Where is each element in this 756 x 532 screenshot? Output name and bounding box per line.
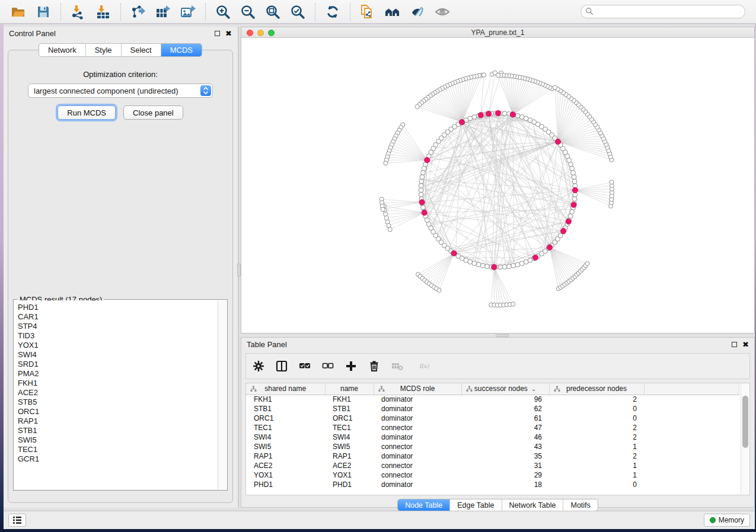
cell-mcds-role[interactable]: dominator	[374, 395, 461, 404]
export-image-icon[interactable]	[178, 2, 198, 22]
export-table-icon[interactable]	[153, 2, 173, 22]
clone-network-icon[interactable]	[358, 2, 378, 22]
cell-successor-nodes[interactable]: 96	[461, 395, 549, 404]
table-scrollbar[interactable]	[741, 383, 749, 495]
cell-successor-nodes[interactable]: 31	[461, 461, 549, 470]
task-history-button[interactable]	[8, 514, 26, 527]
tab-style[interactable]: Style	[86, 44, 122, 56]
cell-predecessor-nodes[interactable]: 0	[549, 480, 644, 489]
cell-successor-nodes[interactable]: 29	[461, 470, 549, 480]
table-row[interactable]: STB1STB1dominator620	[246, 404, 739, 414]
import-network-icon[interactable]	[68, 2, 88, 22]
close-panel-icon[interactable]: ✖	[742, 342, 749, 347]
float-window-icon[interactable]	[215, 31, 220, 36]
mcds-node-item[interactable]: GCR1	[18, 454, 218, 464]
cell-name[interactable]: PHD1	[325, 480, 374, 489]
mcds-node-item[interactable]: ORC1	[18, 407, 218, 416]
save-icon[interactable]	[33, 2, 53, 22]
mcds-node-item[interactable]: CAR1	[18, 312, 218, 322]
cell-shared-name[interactable]: STB1	[246, 404, 325, 414]
cell-name[interactable]: ORC1	[325, 414, 374, 423]
cell-shared-name[interactable]: SWI4	[246, 432, 325, 442]
mcds-node-item[interactable]: TEC1	[18, 445, 218, 454]
cell-predecessor-nodes[interactable]: 2	[549, 451, 644, 461]
cell-shared-name[interactable]: ORC1	[246, 414, 325, 423]
import-table-icon[interactable]	[93, 2, 113, 22]
table-settings-gear-icon[interactable]	[252, 360, 265, 373]
mcds-node-item[interactable]: TID3	[18, 331, 218, 341]
graphics-details-icon[interactable]	[407, 2, 428, 22]
cell-shared-name[interactable]: SWI5	[246, 442, 325, 451]
select-all-icon[interactable]	[298, 360, 311, 373]
cell-name[interactable]: YOX1	[325, 470, 374, 480]
optimization-criterion-select[interactable]: largest connected component (undirected)	[28, 84, 213, 98]
tab-node-table[interactable]: Node Table	[398, 499, 450, 511]
network-canvas[interactable]	[241, 38, 754, 333]
table-row[interactable]: ORC1ORC1dominator610	[246, 414, 739, 423]
cell-mcds-role[interactable]: dominator	[374, 480, 461, 489]
close-window-icon[interactable]	[247, 30, 253, 36]
mcds-node-item[interactable]: STP4	[18, 322, 218, 331]
column-header-predecessor-nodes[interactable]: predecessor nodes	[549, 383, 644, 395]
tab-network[interactable]: Network	[39, 44, 86, 56]
cell-successor-nodes[interactable]: 18	[461, 480, 549, 489]
cell-shared-name[interactable]: YOX1	[246, 470, 325, 480]
cell-name[interactable]: RAP1	[325, 451, 374, 461]
cell-shared-name[interactable]: ACE2	[246, 461, 325, 470]
cell-successor-nodes[interactable]: 47	[461, 423, 549, 432]
zoom-selected-icon[interactable]	[288, 2, 308, 22]
cell-shared-name[interactable]: PHD1	[246, 480, 325, 489]
cell-name[interactable]: STB1	[325, 404, 374, 414]
cell-mcds-role[interactable]: connector	[374, 470, 461, 480]
mcds-node-item[interactable]: SWI4	[18, 350, 218, 360]
maximize-window-icon[interactable]	[268, 30, 275, 36]
mcds-list-scrollbar[interactable]	[218, 300, 227, 489]
cell-mcds-role[interactable]: dominator	[374, 414, 461, 423]
table-row[interactable]: RAP1RAP1dominator352	[246, 451, 739, 461]
cell-successor-nodes[interactable]: 46	[461, 432, 549, 442]
cell-shared-name[interactable]: RAP1	[246, 451, 325, 461]
tab-mcds[interactable]: MCDS	[161, 44, 202, 56]
scrollbar-thumb[interactable]	[742, 396, 748, 448]
zoom-out-icon[interactable]	[238, 2, 258, 22]
network-graph[interactable]	[241, 38, 754, 333]
close-panel-icon[interactable]: ✖	[225, 31, 232, 36]
table-row[interactable]: SWI4SWI4dominator462	[246, 432, 739, 442]
mcds-node-item[interactable]: PMA2	[18, 369, 218, 379]
zoom-in-icon[interactable]	[213, 2, 233, 22]
mcds-node-item[interactable]: ACE2	[18, 388, 218, 398]
tab-edge-table[interactable]: Edge Table	[450, 499, 502, 511]
cell-name[interactable]: FKH1	[325, 395, 374, 404]
cell-name[interactable]: SWI5	[325, 442, 374, 451]
tab-select[interactable]: Select	[122, 44, 161, 56]
table-row[interactable]: PHD1PHD1dominator180	[246, 480, 739, 489]
cell-predecessor-nodes[interactable]: 0	[549, 414, 644, 423]
cell-successor-nodes[interactable]: 61	[461, 414, 549, 423]
column-header-name[interactable]: name	[325, 383, 374, 395]
cell-successor-nodes[interactable]: 43	[461, 442, 549, 451]
cell-mcds-role[interactable]: dominator	[374, 404, 461, 414]
cell-predecessor-nodes[interactable]: 0	[549, 404, 644, 414]
tab-motifs[interactable]: Motifs	[563, 499, 597, 511]
mcds-node-item[interactable]: RAP1	[18, 416, 218, 426]
cell-name[interactable]: SWI4	[325, 432, 374, 442]
export-network-icon[interactable]	[128, 2, 148, 22]
cell-predecessor-nodes[interactable]: 1	[549, 442, 644, 451]
minimize-window-icon[interactable]	[257, 30, 264, 36]
tab-network-table[interactable]: Network Table	[502, 499, 564, 511]
mcds-node-item[interactable]: FKH1	[18, 379, 218, 388]
open-folder-icon[interactable]	[8, 2, 28, 22]
table-row[interactable]: ACE2ACE2connector311	[246, 461, 739, 470]
mcds-node-item[interactable]: PHD1	[18, 303, 218, 312]
add-row-plus-icon[interactable]	[344, 360, 358, 373]
cell-predecessor-nodes[interactable]: 2	[549, 432, 644, 442]
mcds-node-item[interactable]: SWI5	[18, 435, 218, 445]
mcds-node-item[interactable]: STB1	[18, 426, 218, 435]
cell-mcds-role[interactable]: connector	[374, 442, 461, 451]
table-row[interactable]: FKH1FKH1dominator962	[246, 395, 739, 404]
close-panel-button[interactable]: Close panel	[123, 105, 183, 120]
memory-button[interactable]: Memory	[704, 514, 750, 527]
run-mcds-button[interactable]: Run MCDS	[58, 105, 116, 120]
cell-successor-nodes[interactable]: 35	[461, 451, 549, 461]
cell-successor-nodes[interactable]: 62	[461, 404, 549, 414]
